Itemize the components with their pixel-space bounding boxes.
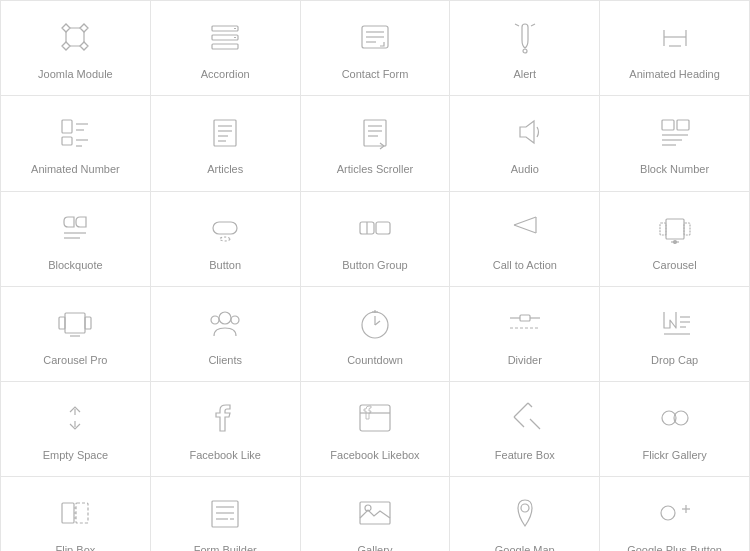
widget-cell-divider[interactable]: Divider — [450, 287, 600, 382]
widget-label-carousel: Carousel — [653, 258, 697, 272]
widget-grid: Joomla ModuleAccordionContact FormAlertA… — [0, 0, 750, 551]
widget-label-flip-box: Flip Box — [56, 543, 96, 551]
widget-cell-button-group[interactable]: Button Group — [301, 192, 451, 287]
animated-number-icon — [53, 110, 97, 154]
svg-point-56 — [211, 316, 219, 324]
widget-label-form-builder: Form Builder — [194, 543, 257, 551]
widget-cell-countdown[interactable]: Countdown — [301, 287, 451, 382]
svg-line-10 — [531, 24, 535, 26]
widget-cell-call-to-action[interactable]: Call to Action — [450, 192, 600, 287]
widget-label-google-plus-button: Google Plus Button — [627, 543, 722, 551]
svg-line-44 — [514, 225, 536, 233]
button-icon — [203, 206, 247, 250]
widget-cell-form-builder[interactable]: Form Builder — [151, 477, 301, 551]
widget-cell-drop-cap[interactable]: Drop Cap — [600, 287, 750, 382]
flickr-gallery-icon — [653, 396, 697, 440]
widget-label-audio: Audio — [511, 162, 539, 176]
widget-cell-accordion[interactable]: Accordion — [151, 1, 301, 96]
animated-heading-icon — [653, 15, 697, 59]
gallery-icon — [353, 491, 397, 535]
svg-point-11 — [523, 49, 527, 53]
widget-label-countdown: Countdown — [347, 353, 403, 367]
widget-cell-google-map[interactable]: Google Map — [450, 477, 600, 551]
carousel-pro-icon — [53, 301, 97, 345]
countdown-icon — [353, 301, 397, 345]
widget-cell-alert[interactable]: Alert — [450, 1, 600, 96]
empty-space-icon — [53, 396, 97, 440]
articles-scroller-icon — [353, 110, 397, 154]
divider-icon — [503, 301, 547, 345]
svg-rect-17 — [62, 137, 72, 145]
widget-label-articles: Articles — [207, 162, 243, 176]
widget-cell-clients[interactable]: Clients — [151, 287, 301, 382]
form-builder-icon — [203, 491, 247, 535]
svg-rect-83 — [76, 503, 88, 523]
widget-label-contact-form: Contact Form — [342, 67, 409, 81]
button-group-icon — [353, 206, 397, 250]
widget-cell-contact-form[interactable]: Contact Form — [301, 1, 451, 96]
widget-label-alert: Alert — [513, 67, 536, 81]
widget-cell-carousel[interactable]: Carousel — [600, 192, 750, 287]
svg-line-60 — [375, 321, 380, 325]
widget-label-blockquote: Blockquote — [48, 258, 102, 272]
facebook-likebox-icon — [353, 396, 397, 440]
widget-cell-google-plus-button[interactable]: Google Plus Button — [600, 477, 750, 551]
call-to-action-icon — [503, 206, 547, 250]
facebook-like-icon — [203, 396, 247, 440]
blockquote-icon — [53, 206, 97, 250]
widget-cell-articles-scroller[interactable]: Articles Scroller — [301, 96, 451, 191]
widget-cell-carousel-pro[interactable]: Carousel Pro — [1, 287, 151, 382]
widget-cell-audio[interactable]: Audio — [450, 96, 600, 191]
widget-cell-articles[interactable]: Articles — [151, 96, 301, 191]
contact-form-icon — [353, 15, 397, 59]
accordion-icon — [203, 15, 247, 59]
widget-label-articles-scroller: Articles Scroller — [337, 162, 413, 176]
svg-rect-31 — [662, 120, 674, 130]
google-map-icon — [503, 491, 547, 535]
widget-label-drop-cap: Drop Cap — [651, 353, 698, 367]
svg-line-9 — [515, 24, 519, 26]
widget-label-facebook-like: Facebook Like — [189, 448, 261, 462]
widget-cell-joomla[interactable]: Joomla Module — [1, 1, 151, 96]
widget-cell-feature-box[interactable]: Feature Box — [450, 382, 600, 477]
svg-point-94 — [521, 504, 529, 512]
alert-icon — [503, 15, 547, 59]
svg-rect-22 — [214, 120, 236, 146]
widget-label-feature-box: Feature Box — [495, 448, 555, 462]
widget-label-animated-number: Animated Number — [31, 162, 120, 176]
widget-label-block-number: Block Number — [640, 162, 709, 176]
svg-line-75 — [514, 403, 528, 417]
clients-icon — [203, 301, 247, 345]
widget-cell-animated-number[interactable]: Animated Number — [1, 96, 151, 191]
widget-cell-blockquote[interactable]: Blockquote — [1, 192, 151, 287]
widget-cell-gallery[interactable]: Gallery — [301, 477, 451, 551]
widget-label-facebook-likebox: Facebook Likebox — [330, 448, 419, 462]
widget-cell-block-number[interactable]: Block Number — [600, 96, 750, 191]
google-plus-button-icon — [653, 491, 697, 535]
svg-rect-38 — [213, 222, 237, 234]
svg-point-50 — [673, 240, 676, 243]
widget-cell-flickr-gallery[interactable]: Flickr Gallery — [600, 382, 750, 477]
svg-rect-82 — [62, 503, 74, 523]
widget-cell-button[interactable]: Button — [151, 192, 301, 287]
svg-rect-64 — [520, 315, 530, 321]
widget-label-divider: Divider — [508, 353, 542, 367]
widget-cell-flip-box[interactable]: Flip Box — [1, 477, 151, 551]
svg-rect-16 — [62, 120, 72, 133]
widget-cell-empty-space[interactable]: Empty Space — [1, 382, 151, 477]
svg-rect-52 — [59, 317, 65, 329]
widget-cell-facebook-like[interactable]: Facebook Like — [151, 382, 301, 477]
widget-cell-facebook-likebox[interactable]: Facebook Likebox — [301, 382, 451, 477]
block-number-icon — [653, 110, 697, 154]
svg-rect-53 — [85, 317, 91, 329]
svg-line-43 — [514, 217, 536, 225]
widget-label-carousel-pro: Carousel Pro — [43, 353, 107, 367]
svg-rect-87 — [212, 501, 238, 527]
svg-line-76 — [528, 403, 532, 407]
joomla-icon — [53, 15, 97, 59]
svg-point-39 — [220, 237, 230, 241]
widget-cell-animated-heading[interactable]: Animated Heading — [600, 1, 750, 96]
feature-box-icon — [503, 396, 547, 440]
widget-label-google-map: Google Map — [495, 543, 555, 551]
widget-label-clients: Clients — [208, 353, 242, 367]
